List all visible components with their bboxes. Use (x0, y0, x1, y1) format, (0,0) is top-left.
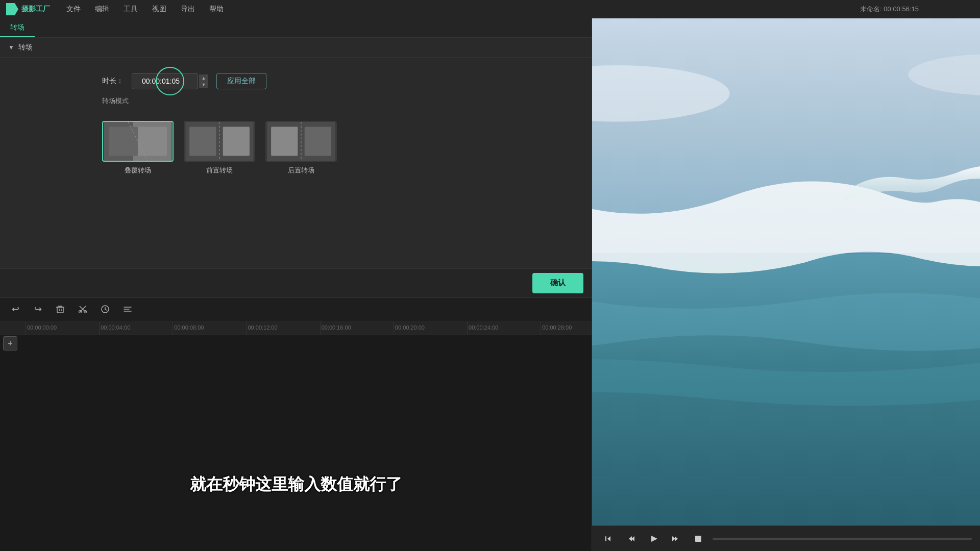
mode-row: 转场模式 (0, 94, 592, 116)
panel-header[interactable]: ▼ 转场 (0, 38, 592, 58)
menu-export[interactable]: 导出 (175, 3, 201, 16)
duration-row: 时长： ▲ ▼ 应用全部 (0, 58, 592, 94)
spin-buttons: ▲ ▼ (199, 74, 208, 88)
card-label-back: 后置转场 (288, 166, 314, 175)
playback-controls (592, 525, 980, 551)
card-overlap[interactable]: 叠覆转场 (102, 121, 174, 175)
duration-label: 时长： (102, 77, 124, 86)
svg-rect-23 (695, 536, 701, 542)
svg-rect-13 (57, 307, 63, 313)
title-info: 未命名: 00:00:56:15 (860, 5, 919, 14)
play-button[interactable] (645, 531, 662, 547)
preview-area (592, 18, 980, 525)
timeline-add-button[interactable] (3, 336, 17, 350)
card-thumb-overlap (102, 121, 174, 162)
apply-all-button[interactable]: 应用全部 (216, 73, 266, 89)
titlebar: 摄影工厂 文件 编辑 工具 视图 导出 帮助 未命名: 00:00:56:15 (0, 0, 980, 18)
duration-input-wrap: ▲ ▼ (132, 73, 208, 89)
transition-cards: 叠覆转场 前置转场 (0, 116, 592, 185)
confirm-button[interactable]: 确认 (532, 273, 583, 293)
tab-transition[interactable]: 转场 (0, 19, 35, 37)
menu-help[interactable]: 帮助 (203, 3, 230, 16)
svg-rect-6 (189, 127, 216, 156)
left-panel: 转场 ▼ 转场 时长： ▲ ▼ 应用全部 (0, 18, 592, 551)
main-layout: 转场 ▼ 转场 时长： ▲ ▼ 应用全部 (0, 18, 980, 551)
ruler-mark-4: 00:00:16:00 (320, 321, 351, 335)
mode-label: 转场模式 (102, 97, 129, 105)
progress-bar-wrap[interactable] (713, 538, 972, 540)
menu-tools[interactable]: 工具 (117, 3, 144, 16)
timeline: 00:00:00:00 00:00:04:00 00:00:08:00 00:0… (0, 321, 592, 552)
svg-rect-2 (109, 127, 138, 156)
confirm-row: 确认 (0, 268, 592, 297)
chevron-down-icon: ▼ (8, 44, 14, 51)
svg-rect-22 (605, 536, 606, 541)
menu-edit[interactable]: 编辑 (89, 3, 115, 16)
duration-input[interactable] (132, 73, 198, 89)
delete-button[interactable] (53, 302, 67, 316)
card-back[interactable]: 后置转场 (265, 121, 337, 175)
ruler-mark-5: 00:00:20:00 (394, 321, 425, 335)
menu-file[interactable]: 文件 (60, 3, 87, 16)
redo-button[interactable]: ↪ (31, 302, 45, 316)
ruler-mark-7: 00:00:28:00 (541, 321, 572, 335)
svg-rect-7 (223, 127, 250, 156)
cut-button[interactable] (76, 302, 90, 316)
timeline-tracks (0, 335, 592, 552)
tab-bar: 转场 (0, 18, 592, 38)
logo-icon (6, 3, 18, 15)
card-thumb-front (184, 121, 255, 162)
stop-button[interactable] (690, 531, 706, 547)
svg-rect-11 (305, 127, 331, 156)
card-front[interactable]: 前置转场 (184, 121, 255, 175)
undo-button[interactable]: ↩ (8, 302, 22, 316)
ruler-mark-6: 00:00:24:00 (467, 321, 498, 335)
ruler-mark-3: 00:00:12:00 (247, 321, 278, 335)
step-back-button[interactable] (623, 531, 639, 547)
right-panel (592, 18, 980, 551)
menu-bar: 文件 编辑 工具 视图 导出 帮助 (60, 3, 974, 16)
align-button[interactable] (120, 302, 135, 316)
rewind-button[interactable] (600, 531, 617, 547)
spin-up-button[interactable]: ▲ (199, 74, 208, 81)
menu-view[interactable]: 视图 (146, 3, 173, 16)
fast-forward-button[interactable] (668, 531, 684, 547)
svg-rect-3 (138, 127, 167, 156)
ruler-mark-2: 00:00:08:00 (173, 321, 204, 335)
clock-button[interactable] (98, 302, 112, 316)
logo-text: 摄影工厂 (21, 5, 50, 14)
panel-section-label: 转场 (18, 43, 33, 52)
content-area: ▼ 转场 时长： ▲ ▼ 应用全部 转场模式 (0, 38, 592, 268)
svg-rect-10 (271, 127, 298, 156)
timeline-ruler: 00:00:00:00 00:00:04:00 00:00:08:00 00:0… (0, 321, 592, 335)
card-label-front: 前置转场 (206, 166, 233, 175)
spin-down-button[interactable]: ▼ (199, 81, 208, 88)
logo: 摄影工厂 (6, 3, 50, 15)
ruler-mark-0: 00:00:00:00 (26, 321, 57, 335)
card-label-overlap: 叠覆转场 (125, 166, 151, 175)
ruler-mark-1: 00:00:04:00 (99, 321, 130, 335)
wave-overlay (592, 18, 980, 525)
card-thumb-back (265, 121, 337, 162)
toolbar: ↩ ↪ (0, 297, 592, 321)
